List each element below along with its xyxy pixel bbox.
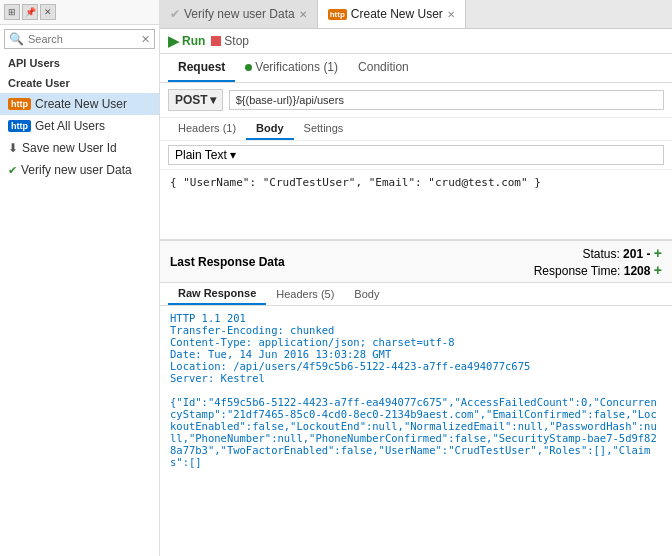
response-section: Last Response Data Status: 201 - + Respo… [160, 241, 672, 556]
sidebar-label-save-new-user-id: Save new User Id [22, 141, 117, 155]
url-input[interactable] [229, 90, 664, 110]
sidebar: ⊞ 📌 ✕ 🔍 ✕ API Users Create User http Cre… [0, 0, 160, 556]
verif-label: Verifications (1) [255, 60, 338, 74]
body-tab-headers[interactable]: Headers (1) [168, 118, 246, 140]
request-tabs: Request Verifications (1) Condition [160, 54, 672, 83]
tabs-bar: ✔ Verify new user Data ✕ http Create New… [160, 0, 672, 29]
format-value: Plain Text [175, 148, 227, 162]
sidebar-item-save-new-user-id[interactable]: ⬇ Save new User Id [0, 137, 159, 159]
resp-tab-body[interactable]: Body [344, 284, 389, 304]
sidebar-item-api-users[interactable]: API Users [0, 53, 159, 73]
tab-check-icon: ✔ [170, 7, 180, 21]
status-add-icon[interactable]: + [654, 245, 662, 261]
method-value: POST [175, 93, 208, 107]
body-tabs: Headers (1) Body Settings [160, 118, 672, 141]
response-body: HTTP 1.1 201 Transfer-Encoding: chunked … [160, 306, 672, 556]
resp-tab-headers[interactable]: Headers (5) [266, 284, 344, 304]
down-arrow-icon: ⬇ [8, 141, 18, 155]
search-clear-icon[interactable]: ✕ [141, 33, 150, 46]
time-label: Response Time: [534, 264, 621, 278]
sidebar-icon-2[interactable]: 📌 [22, 4, 38, 20]
tab-create-close[interactable]: ✕ [447, 9, 455, 20]
status-value: 201 - [623, 247, 650, 261]
main-panel: ✔ Verify new user Data ✕ http Create New… [160, 0, 672, 556]
body-tab-settings[interactable]: Settings [294, 118, 354, 140]
format-bar: Plain Text ▾ [160, 141, 672, 170]
method-select[interactable]: POST ▾ [168, 89, 223, 111]
req-tab-verifications[interactable]: Verifications (1) [235, 54, 348, 82]
status-label: Status: [582, 247, 619, 261]
status-line: Status: 201 - + [582, 245, 662, 261]
resp-tab-raw[interactable]: Raw Response [168, 283, 266, 305]
req-tab-condition[interactable]: Condition [348, 54, 419, 82]
response-title: Last Response Data [170, 255, 285, 269]
sidebar-item-verify-new-user-data[interactable]: ✔ Verify new user Data [0, 159, 159, 181]
tab-verify-new-user-data[interactable]: ✔ Verify new user Data ✕ [160, 0, 318, 28]
search-input[interactable] [28, 33, 137, 45]
tab-create-new-user[interactable]: http Create New User ✕ [318, 0, 466, 28]
time-line: Response Time: 1208 + [534, 262, 662, 278]
play-icon: ▶ [168, 33, 179, 49]
sidebar-item-create-new-user[interactable]: http Create New User [0, 93, 159, 115]
sidebar-toolbar-icons: ⊞ 📌 ✕ [4, 4, 56, 20]
format-chevron: ▾ [230, 148, 236, 162]
time-add-icon[interactable]: + [654, 262, 662, 278]
run-label: Run [182, 34, 205, 48]
stop-label: Stop [224, 34, 249, 48]
sidebar-item-get-all-users[interactable]: http Get All Users [0, 115, 159, 137]
sidebar-icon-close[interactable]: ✕ [40, 4, 56, 20]
tab-verify-label: Verify new user Data [184, 7, 295, 21]
check-icon: ✔ [8, 164, 17, 177]
time-value: 1208 [624, 264, 651, 278]
sidebar-label-verify-new-user-data: Verify new user Data [21, 163, 132, 177]
response-header: Last Response Data Status: 201 - + Respo… [160, 241, 672, 283]
sidebar-item-create-user[interactable]: Create User [0, 73, 159, 93]
tab-http-badge: http [328, 9, 347, 20]
url-bar: POST ▾ [160, 83, 672, 118]
stop-icon [211, 36, 221, 46]
http-badge-blue: http [8, 120, 31, 132]
request-panel: Request Verifications (1) Condition POST… [160, 54, 672, 241]
stop-button[interactable]: Stop [211, 34, 249, 48]
sidebar-label-get-all-users: Get All Users [35, 119, 105, 133]
tab-verify-close[interactable]: ✕ [299, 9, 307, 20]
request-body-editor[interactable]: { "UserName": "CrudTestUser", "Email": "… [160, 170, 672, 240]
method-chevron: ▾ [210, 93, 216, 107]
verif-dot [245, 64, 252, 71]
format-select[interactable]: Plain Text ▾ [168, 145, 664, 165]
tab-create-label: Create New User [351, 7, 443, 21]
http-badge-orange: http [8, 98, 31, 110]
body-tab-body[interactable]: Body [246, 118, 294, 140]
search-icon: 🔍 [9, 32, 24, 46]
sidebar-icon-1[interactable]: ⊞ [4, 4, 20, 20]
search-box[interactable]: 🔍 ✕ [4, 29, 155, 49]
response-meta: Status: 201 - + Response Time: 1208 + [534, 245, 662, 278]
req-tab-request[interactable]: Request [168, 54, 235, 82]
run-button[interactable]: ▶ Run [168, 33, 205, 49]
response-tabs: Raw Response Headers (5) Body [160, 283, 672, 306]
sidebar-label-create-new-user: Create New User [35, 97, 127, 111]
toolbar: ▶ Run Stop [160, 29, 672, 54]
sidebar-header: ⊞ 📌 ✕ [0, 0, 159, 25]
